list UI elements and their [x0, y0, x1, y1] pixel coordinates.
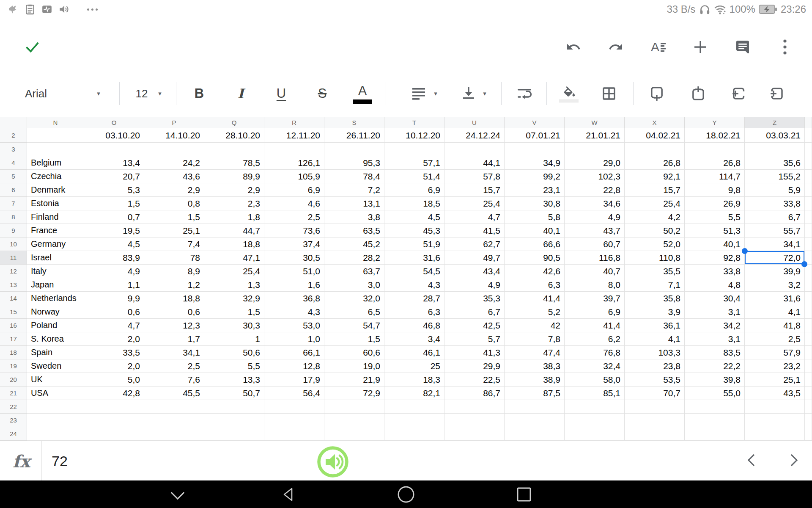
selection-handle-bottom-right[interactable] — [801, 261, 807, 267]
value-cell[interactable]: 45,5 — [144, 387, 204, 400]
column-header-S[interactable]: S — [324, 117, 384, 128]
country-cell[interactable]: Denmark — [27, 183, 84, 197]
date-cell[interactable]: 14.10.20 — [144, 128, 204, 143]
value-cell[interactable]: 42,6 — [505, 265, 565, 278]
value-cell[interactable]: 116,8 — [565, 251, 625, 265]
value-cell[interactable]: 1,1 — [84, 278, 144, 292]
row-header-18[interactable]: 18 — [0, 346, 27, 359]
value-cell[interactable]: 54,7 — [324, 319, 384, 332]
row-header-24[interactable]: 24 — [0, 427, 27, 441]
cell-sliver[interactable] — [805, 414, 812, 427]
value-cell[interactable]: 44,7 — [204, 224, 264, 237]
country-cell[interactable]: USA — [27, 387, 84, 400]
country-cell[interactable]: Spain — [27, 346, 84, 359]
bold-button[interactable]: B — [195, 86, 204, 101]
country-cell[interactable]: Netherlands — [27, 292, 84, 305]
value-cell[interactable]: 3,1 — [685, 305, 745, 319]
value-cell[interactable]: 95,3 — [324, 156, 384, 170]
value-cell[interactable]: 25 — [384, 359, 444, 373]
column-header-Q[interactable]: Q — [204, 117, 264, 128]
value-cell[interactable]: 87,5 — [505, 387, 565, 400]
date-cell[interactable]: 18.02.21 — [685, 128, 745, 143]
vertical-align-button[interactable] — [461, 86, 476, 101]
value-cell[interactable]: 3,8 — [324, 210, 384, 224]
value-cell[interactable]: 57,9 — [745, 346, 805, 359]
value-cell[interactable]: 70,7 — [625, 387, 685, 400]
value-cell[interactable]: 3,9 — [625, 305, 685, 319]
cell[interactable] — [264, 427, 324, 441]
value-cell[interactable]: 15,7 — [625, 183, 685, 197]
cell[interactable] — [384, 143, 444, 156]
country-cell[interactable]: France — [27, 224, 84, 237]
value-cell[interactable]: 3,4 — [384, 332, 444, 346]
value-cell[interactable]: 5,9 — [745, 183, 805, 197]
value-cell[interactable]: 22,2 — [685, 359, 745, 373]
value-cell[interactable]: 41,3 — [444, 346, 505, 359]
value-cell[interactable]: 2,5 — [745, 332, 805, 346]
value-cell[interactable]: 4,5 — [384, 210, 444, 224]
cell[interactable] — [27, 128, 84, 143]
value-cell[interactable]: 4,8 — [685, 278, 745, 292]
cell-sliver[interactable] — [805, 359, 812, 373]
next-cell-button[interactable] — [787, 456, 796, 466]
previous-cell-button[interactable] — [749, 456, 758, 466]
value-cell[interactable]: 30,3 — [204, 319, 264, 332]
row-header-4[interactable]: 4 — [0, 156, 27, 170]
value-cell[interactable]: 52,0 — [625, 237, 685, 251]
borders-button[interactable] — [601, 86, 617, 101]
country-cell[interactable]: Italy — [27, 265, 84, 278]
insert-row-above-button[interactable] — [690, 86, 706, 102]
value-cell[interactable]: 18,5 — [384, 197, 444, 210]
cell[interactable] — [27, 400, 84, 414]
value-cell[interactable]: 60,7 — [565, 237, 625, 251]
value-cell[interactable]: 6,9 — [565, 305, 625, 319]
value-cell[interactable]: 4,7 — [444, 210, 505, 224]
date-cell[interactable]: 24.12.24 — [444, 128, 505, 143]
column-header-O[interactable]: O — [84, 117, 144, 128]
value-cell[interactable]: 0,7 — [84, 210, 144, 224]
value-cell[interactable]: 34,9 — [505, 156, 565, 170]
value-cell[interactable]: 28,2 — [324, 251, 384, 265]
value-cell[interactable]: 103,3 — [625, 346, 685, 359]
text-to-speech-speaker-button[interactable] — [316, 445, 350, 479]
row-header-7[interactable]: 7 — [0, 197, 27, 210]
value-cell[interactable]: 7,1 — [625, 278, 685, 292]
value-cell[interactable]: 3,2 — [745, 278, 805, 292]
value-cell[interactable]: 1,5 — [204, 305, 264, 319]
cell-sliver[interactable] — [805, 156, 812, 170]
insert-row-below-button[interactable] — [649, 86, 665, 102]
value-cell[interactable]: 32,4 — [565, 359, 625, 373]
value-cell[interactable]: 7,8 — [505, 332, 565, 346]
value-cell[interactable]: 50,7 — [204, 387, 264, 400]
value-cell[interactable]: 34,1 — [144, 346, 204, 359]
add-button[interactable] — [692, 39, 709, 55]
date-cell[interactable]: 26.11.20 — [324, 128, 384, 143]
row-header-10[interactable]: 10 — [0, 237, 27, 251]
value-cell[interactable]: 6,2 — [565, 332, 625, 346]
row-header-23[interactable]: 23 — [0, 414, 27, 427]
value-cell[interactable]: 49,7 — [444, 251, 505, 265]
value-cell[interactable]: 19,0 — [324, 359, 384, 373]
value-cell[interactable]: 72,9 — [324, 387, 384, 400]
cell-sliver[interactable] — [805, 400, 812, 414]
row-header-12[interactable]: 12 — [0, 265, 27, 278]
cell-sliver[interactable] — [805, 170, 812, 183]
row-header-3[interactable]: 3 — [0, 143, 27, 156]
value-cell[interactable]: 47,1 — [204, 251, 264, 265]
cell[interactable] — [324, 400, 384, 414]
value-cell[interactable]: 26,8 — [685, 156, 745, 170]
value-cell[interactable]: 51,0 — [264, 265, 324, 278]
undo-button[interactable] — [565, 39, 582, 55]
value-cell[interactable]: 36,1 — [625, 319, 685, 332]
value-cell[interactable]: 56,4 — [264, 387, 324, 400]
value-cell[interactable]: 20,7 — [84, 170, 144, 183]
value-cell[interactable]: 41,5 — [444, 224, 505, 237]
country-cell[interactable]: Japan — [27, 278, 84, 292]
row-header-14[interactable]: 14 — [0, 292, 27, 305]
value-cell[interactable]: 34,1 — [745, 237, 805, 251]
value-cell[interactable]: 4,6 — [264, 197, 324, 210]
row-header-11[interactable]: 11 — [0, 251, 27, 265]
value-cell[interactable]: 38,3 — [505, 359, 565, 373]
country-cell[interactable]: Germany — [27, 237, 84, 251]
underline-button[interactable]: U — [277, 86, 286, 101]
